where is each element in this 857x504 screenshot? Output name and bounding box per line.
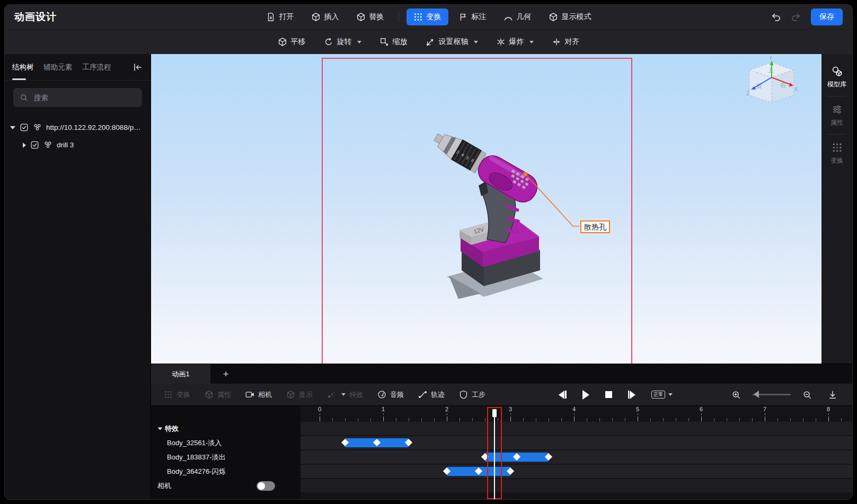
step-forward-button[interactable] [628, 391, 636, 399]
zoom-in-icon[interactable] [731, 390, 741, 400]
expand-caret-icon[interactable] [10, 126, 15, 129]
transform-grid-icon [832, 142, 843, 153]
ruler-tick [688, 418, 689, 421]
menu-divider [399, 12, 399, 22]
add-animation-button[interactable]: + [210, 364, 241, 384]
timeline-lane[interactable]: 012345678 [301, 406, 852, 499]
collapse-sidebar-icon[interactable] [132, 62, 143, 73]
ruler-tick [370, 418, 371, 421]
ruler-tick [574, 417, 575, 421]
track-label: Body_364276-闪烁 [151, 465, 301, 478]
chevron-down-icon [529, 41, 534, 43]
tl-tool-effects[interactable]: 特效 [327, 390, 363, 400]
viewport-3d[interactable]: 12V 3 4 5 6 [151, 54, 821, 364]
tl-tool-display[interactable]: 显示 [286, 390, 313, 400]
timeline-ruler[interactable]: 012345678 [301, 406, 852, 422]
ruler-label: 2 [445, 406, 448, 412]
pan-button[interactable]: 平移 [271, 33, 313, 50]
explode-button[interactable]: 爆炸 [489, 33, 541, 50]
display-mode-button[interactable]: 显示模式 [542, 8, 598, 25]
ruler-tick [599, 418, 600, 421]
transform-mode-button[interactable]: 变换 [407, 8, 448, 25]
ruler-tick [676, 418, 676, 421]
group-caret-icon[interactable] [158, 427, 163, 430]
svg-text:上: 上 [767, 67, 773, 73]
search-box[interactable] [13, 88, 142, 107]
play-button[interactable] [582, 390, 589, 400]
trajectory-icon [418, 390, 427, 399]
tl-tool-properties[interactable]: 属性 [205, 390, 231, 400]
ruler-tick [421, 418, 422, 421]
stop-button[interactable] [605, 391, 612, 398]
tl-tool-transform[interactable]: 变换 [164, 390, 190, 400]
tl-tool-trajectory[interactable]: 轨迹 [418, 390, 445, 400]
ruler-tick [714, 418, 714, 421]
slider-knob[interactable] [754, 391, 759, 398]
ruler-tick [701, 417, 702, 421]
geometry-mode-button[interactable]: 几何 [497, 8, 538, 25]
ruler-tick [332, 418, 333, 421]
search-input[interactable] [33, 93, 136, 102]
tree-item-drill3[interactable]: drill 3 [10, 136, 145, 154]
camera-toggle[interactable] [257, 481, 275, 491]
transform-grid-icon [164, 390, 173, 399]
rail-item-model-library[interactable]: 模型库 [821, 60, 852, 94]
tree-item-package[interactable]: http://10.122.92.200:8088/pack... [10, 119, 145, 136]
align-button[interactable]: 对齐 [545, 33, 587, 50]
collapsed-caret-icon[interactable] [23, 143, 26, 148]
rail-item-transform[interactable]: 变换 [821, 137, 852, 170]
track-labels: 特效 Body_32561-淡入 Body_183837-淡出 Body_364… [151, 406, 301, 499]
set-pivot-button[interactable]: 设置枢轴 [419, 33, 485, 50]
chevron-down-icon [341, 393, 346, 396]
view-cube[interactable]: 上 前 右 Y Z X [740, 56, 803, 113]
playhead-handle[interactable] [492, 409, 497, 417]
speed-label: 正常 [651, 391, 665, 399]
track-group-effects[interactable]: 特效 [151, 422, 301, 435]
sidebar-tabs: 结构树 辅助元素 工序流程 [5, 54, 151, 81]
step-back-button[interactable] [559, 391, 567, 399]
scale-button[interactable]: 缩放 [373, 33, 414, 50]
undo-icon[interactable] [771, 12, 781, 22]
lane-row-track [301, 436, 852, 449]
timeline-tabstrip: 动画1 + [151, 364, 852, 384]
tl-tool-camera[interactable]: 相机 [245, 390, 272, 400]
checkbox-checked-icon[interactable] [20, 123, 29, 132]
redo-icon[interactable] [791, 12, 801, 22]
open-button[interactable]: 打开 [259, 8, 301, 25]
ruler-tick [587, 418, 587, 421]
arc-icon [503, 12, 513, 22]
timeline-zoom-slider[interactable] [753, 394, 791, 395]
ruler-tick [345, 418, 346, 421]
track-label: Body_32561-淡入 [151, 436, 301, 449]
ruler-label: 0 [318, 406, 321, 412]
timeline-tab-animation1[interactable]: 动画1 [151, 364, 210, 384]
ruler-label: 1 [382, 406, 385, 412]
checkbox-checked-icon[interactable] [30, 140, 39, 149]
audio-icon [377, 390, 386, 399]
align-icon [552, 37, 561, 47]
rail-item-properties[interactable]: 属性 [821, 99, 852, 132]
timeline-panel: 动画1 + 变换 属性 相机 显示 特效 音频 轨迹 工步 [151, 364, 852, 499]
tl-tool-workstep[interactable]: 工步 [459, 390, 485, 400]
download-icon[interactable] [828, 390, 837, 400]
speed-selector[interactable]: 正常 [651, 391, 673, 399]
playhead-line[interactable] [494, 413, 495, 499]
app-window: 动画设计 打开 插入 替换 变换 标注 几何 显示模式 保存 平移 旋转 缩放 … [4, 4, 853, 500]
ruler-tick [816, 418, 816, 421]
tl-tool-audio[interactable]: 音频 [377, 390, 404, 400]
tab-aux-elements[interactable]: 辅助元素 [44, 54, 73, 80]
insert-button[interactable]: 插入 [304, 8, 346, 25]
rotate-button[interactable]: 旋转 [317, 33, 368, 50]
tab-process-flow[interactable]: 工序流程 [83, 54, 111, 80]
bar-icon [628, 391, 630, 399]
history-save-group: 保存 [771, 8, 843, 25]
transform-toolbar: 平移 旋转 缩放 设置枢轴 爆炸 对齐 [5, 29, 852, 54]
replace-button[interactable]: 替换 [349, 8, 391, 25]
ruler-tick [434, 418, 435, 421]
zoom-out-icon[interactable] [802, 390, 812, 400]
save-button[interactable]: 保存 [811, 8, 843, 25]
camera-icon [245, 390, 254, 399]
annotation-label[interactable]: 散热孔 [580, 220, 610, 233]
annotate-mode-button[interactable]: 标注 [452, 8, 493, 25]
tab-structure-tree[interactable]: 结构树 [12, 54, 34, 80]
